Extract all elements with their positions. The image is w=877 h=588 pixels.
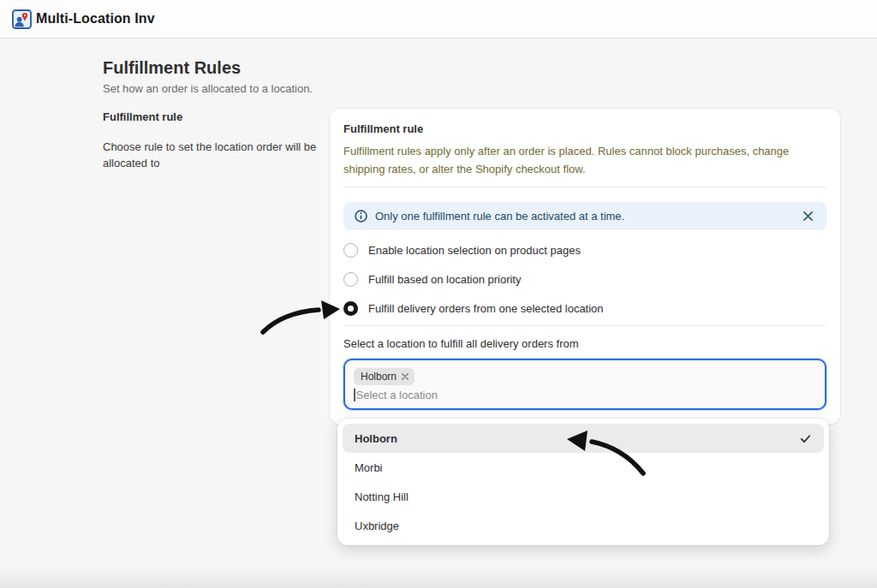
footer-strip — [0, 568, 877, 588]
tag-label: Holborn — [361, 371, 397, 383]
radio-option-location-priority[interactable]: Fulfill based on location priority — [343, 264, 826, 294]
radio-option-one-selected-location[interactable]: Fulfill delivery orders from one selecte… — [343, 294, 826, 323]
section-description: Choose rule to set the location order wi… — [103, 139, 332, 171]
section-label: Fulfillment rule — [103, 110, 182, 123]
option-label: Notting Hill — [355, 490, 409, 503]
close-icon — [802, 211, 814, 222]
topbar: Multi-Location Inv — [0, 0, 877, 39]
radio-unselected-icon[interactable] — [343, 243, 358, 258]
location-select-label: Select a location to fulfill all deliver… — [343, 337, 826, 350]
page-title: Fulfillment Rules — [103, 58, 241, 78]
multi-location-app-icon — [12, 9, 32, 29]
text-caret — [354, 389, 355, 401]
dropdown-option-morbi[interactable]: Morbi — [343, 453, 824, 482]
dropdown-option-notting-hill[interactable]: Notting Hill — [343, 482, 824, 511]
card-title: Fulfillment rule — [343, 122, 826, 135]
app-title: Multi-Location Inv — [36, 11, 155, 27]
divider — [343, 187, 826, 187]
radio-label: Fulfill based on location priority — [368, 273, 521, 286]
option-label: Uxbridge — [355, 520, 399, 532]
fulfillment-rule-options: Enable location selection on product pag… — [343, 235, 826, 323]
page-subtitle: Set how an order is allocated to a locat… — [103, 82, 313, 95]
option-label: Holborn — [355, 432, 397, 445]
option-label: Morbi — [355, 461, 383, 474]
dropdown-option-uxbridge[interactable]: Uxbridge — [343, 511, 824, 540]
check-icon — [799, 432, 812, 445]
dropdown-option-holborn[interactable]: Holborn — [343, 424, 824, 453]
location-combobox[interactable]: Holborn Select a location — [343, 359, 826, 410]
caution-text: Fulfillment rules apply only after an or… — [343, 142, 826, 178]
radio-unselected-icon[interactable] — [343, 272, 358, 287]
location-tag-holborn: Holborn — [354, 368, 415, 385]
radio-selected-icon[interactable] — [343, 301, 358, 316]
combobox-placeholder: Select a location — [356, 389, 438, 401]
radio-label: Enable location selection on product pag… — [368, 244, 581, 257]
radio-option-location-selection[interactable]: Enable location selection on product pag… — [343, 235, 826, 264]
remove-tag-icon[interactable] — [401, 372, 409, 381]
combobox-input[interactable]: Select a location — [354, 389, 816, 401]
annotation-arrow-radio — [263, 300, 340, 332]
banner-text: Only one fulfillment rule can be activat… — [375, 210, 624, 223]
app-window: Multi-Location Inv Fulfillment Rules Set… — [0, 0, 877, 588]
fulfillment-rule-card: Fulfillment rule Fulfillment rules apply… — [330, 109, 840, 425]
divider — [343, 325, 826, 326]
info-icon — [354, 209, 368, 223]
info-banner: Only one fulfillment rule can be activat… — [343, 202, 826, 230]
location-dropdown: Holborn Morbi Notting Hill Uxbridge — [337, 419, 829, 545]
radio-label: Fulfill delivery orders from one selecte… — [368, 302, 604, 315]
banner-close-button[interactable] — [797, 206, 818, 227]
